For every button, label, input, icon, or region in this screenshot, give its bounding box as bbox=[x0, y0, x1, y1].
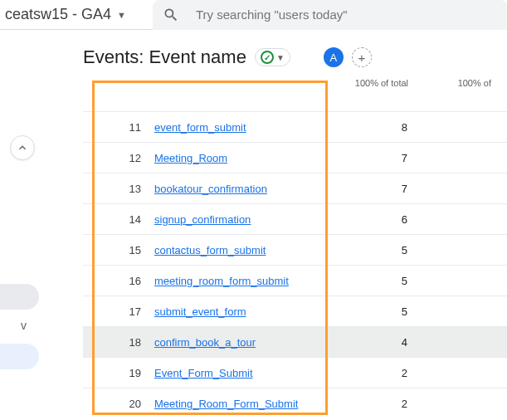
left-sidebar: v bbox=[0, 30, 40, 420]
table-row[interactable]: 14signup_confirmation6 bbox=[83, 204, 507, 235]
search-bar[interactable] bbox=[153, 0, 507, 30]
collapse-sidebar-button[interactable] bbox=[10, 135, 35, 160]
table-row[interactable]: 13bookatour_confirmation7 bbox=[83, 173, 507, 204]
row-name-cell: contactus_form_submit bbox=[154, 235, 329, 266]
row-value-2 bbox=[424, 143, 507, 173]
row-name-cell: meeting_room_form_submit bbox=[154, 266, 329, 296]
table-row[interactable]: 17submit_event_form5 bbox=[83, 296, 507, 327]
property-selector[interactable]: ceatsw15 - GA4 ▼ bbox=[0, 6, 131, 23]
row-name-cell: confirm_book_a_tour bbox=[154, 327, 329, 358]
row-value: 4 bbox=[329, 327, 424, 358]
row-value-2 bbox=[424, 235, 507, 266]
check-circle-icon: ✓ bbox=[261, 51, 274, 64]
sidebar-label: v bbox=[21, 319, 27, 332]
row-value-2 bbox=[424, 173, 507, 204]
table-row[interactable]: 16meeting_room_form_submit5 bbox=[83, 266, 507, 296]
chevron-down-icon: ▼ bbox=[276, 53, 285, 62]
col2-pct: 100% of bbox=[458, 78, 491, 88]
event-name-link[interactable]: event_form_submit bbox=[154, 121, 246, 134]
row-name-cell: Event_Form_Submit bbox=[154, 358, 329, 388]
row-value: 5 bbox=[329, 296, 424, 327]
status-filter-chip[interactable]: ✓ ▼ bbox=[255, 48, 290, 66]
row-value: 2 bbox=[329, 388, 424, 419]
col1-pct: 100% of total bbox=[355, 78, 408, 88]
page-title: Events: Event name bbox=[83, 46, 246, 68]
property-name: ceatsw15 - GA4 bbox=[5, 6, 111, 23]
row-name-cell: bookatour_confirmation bbox=[154, 173, 329, 204]
table-row[interactable]: 19Event_Form_Submit2 bbox=[83, 358, 507, 388]
row-value: 5 bbox=[329, 266, 424, 296]
row-name-cell: signup_confirmation bbox=[154, 204, 329, 235]
row-name-cell: event_form_submit bbox=[154, 112, 329, 143]
table-row[interactable]: 15contactus_form_submit5 bbox=[83, 235, 507, 266]
row-value-2 bbox=[424, 296, 507, 327]
table-header-meta: 100% of total 100% of bbox=[341, 77, 507, 89]
event-name-link[interactable]: Meeting_Room bbox=[154, 152, 227, 164]
event-name-link[interactable]: confirm_book_a_tour bbox=[154, 336, 256, 349]
avatar[interactable]: A bbox=[324, 47, 344, 67]
chevron-down-icon: ▼ bbox=[117, 10, 126, 20]
event-name-link[interactable]: contactus_form_submit bbox=[154, 244, 266, 256]
add-comparison-button[interactable]: + bbox=[352, 47, 372, 67]
event-name-link[interactable]: bookatour_confirmation bbox=[154, 183, 267, 195]
row-name-cell: submit_event_form bbox=[154, 296, 329, 327]
row-value: 6 bbox=[329, 204, 424, 235]
row-value: 7 bbox=[329, 143, 424, 173]
event-name-link[interactable]: Meeting_Room_Form_Submit bbox=[154, 398, 298, 410]
row-value-2 bbox=[424, 266, 507, 296]
search-input[interactable] bbox=[196, 7, 497, 22]
row-index: 14 bbox=[83, 204, 154, 235]
row-value-2 bbox=[424, 327, 507, 358]
row-index: 19 bbox=[83, 358, 154, 388]
row-value-2 bbox=[424, 112, 507, 143]
sidebar-item-grey[interactable] bbox=[0, 284, 39, 310]
row-index: 18 bbox=[83, 327, 154, 358]
row-index: 17 bbox=[83, 296, 154, 327]
row-name-cell: Meeting_Room_Form_Submit bbox=[154, 388, 329, 419]
row-value-2 bbox=[424, 358, 507, 388]
row-index: 13 bbox=[83, 173, 154, 204]
event-name-link[interactable]: signup_confirmation bbox=[154, 213, 251, 226]
row-index: 16 bbox=[83, 266, 154, 296]
row-name-cell: Meeting_Room bbox=[154, 143, 329, 173]
row-value-2 bbox=[424, 388, 507, 419]
row-value: 7 bbox=[329, 173, 424, 204]
row-value: 2 bbox=[329, 358, 424, 388]
meta-col-1: 100% of total bbox=[341, 77, 424, 89]
event-name-link[interactable]: Event_Form_Submit bbox=[154, 367, 253, 379]
row-value: 5 bbox=[329, 235, 424, 266]
row-value: 8 bbox=[329, 112, 424, 143]
sidebar-item-blue[interactable] bbox=[0, 344, 39, 369]
row-index: 15 bbox=[83, 235, 154, 266]
search-icon bbox=[163, 7, 179, 23]
event-name-link[interactable]: submit_event_form bbox=[154, 305, 246, 318]
table-row[interactable]: 18confirm_book_a_tour4 bbox=[83, 327, 507, 358]
table-row[interactable]: 12Meeting_Room7 bbox=[83, 143, 507, 173]
events-table: 100% of total 100% of 11event_form_submi… bbox=[83, 79, 507, 419]
event-name-link[interactable]: meeting_room_form_submit bbox=[154, 275, 289, 287]
table-row[interactable]: 11event_form_submit8 bbox=[83, 112, 507, 143]
chevron-up-icon bbox=[16, 141, 29, 154]
row-value-2 bbox=[424, 204, 507, 235]
top-bar: ceatsw15 - GA4 ▼ bbox=[0, 0, 507, 30]
row-index: 12 bbox=[83, 143, 154, 173]
table-row[interactable]: 20Meeting_Room_Form_Submit2 bbox=[83, 388, 507, 419]
meta-col-2: 100% of bbox=[424, 77, 507, 89]
row-index: 20 bbox=[83, 388, 154, 419]
row-index: 11 bbox=[83, 112, 154, 143]
